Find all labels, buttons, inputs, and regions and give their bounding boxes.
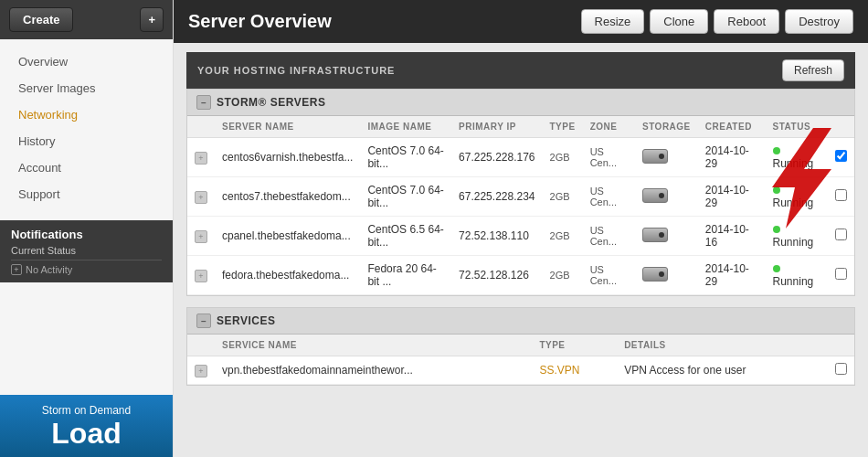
server-row-0: + centos6varnish.thebestfa... CentOS 7.0…: [187, 138, 854, 177]
type-1: 2GB: [543, 177, 583, 217]
server-name-3: fedora.thebestfakedoma...: [215, 256, 360, 295]
services-section: – SERVICES SERVICE NAME TYPE DETAILS: [186, 307, 855, 386]
clone-button[interactable]: Clone: [650, 9, 708, 34]
plus-small-icon: +: [11, 264, 22, 275]
svc-checkbox-cell-0: [828, 356, 854, 385]
svc-col-name: SERVICE NAME: [215, 335, 532, 356]
svc-checkbox-0[interactable]: [835, 363, 847, 375]
destroy-button[interactable]: Destroy: [785, 9, 853, 34]
storm-banner: Storm on Demand Load: [0, 395, 173, 457]
infra-header: YOUR HOSTING INFRASTRUCTURE Refresh: [186, 52, 855, 89]
col-type: TYPE: [543, 116, 583, 138]
expand-icon-0[interactable]: +: [195, 152, 207, 165]
storage-3: [635, 256, 698, 295]
banner-top-text: Storm on Demand: [11, 404, 162, 417]
main-wrapper: Server Overview Resize Clone Reboot Dest…: [174, 0, 868, 457]
main-content: Server Overview Resize Clone Reboot Dest…: [174, 0, 868, 457]
services-table-header: SERVICE NAME TYPE DETAILS: [187, 335, 854, 356]
image-name-0: CentOS 7.0 64-bit...: [360, 138, 451, 177]
status-2: Running: [766, 217, 828, 256]
server-name-1: centos7.thebestfakedom...: [215, 177, 360, 217]
servers-collapse-button[interactable]: –: [196, 95, 211, 110]
no-activity-label: + No Activity: [11, 264, 162, 275]
services-table: SERVICE NAME TYPE DETAILS + vpn.thebestf…: [187, 335, 854, 385]
sidebar-item-networking[interactable]: Networking: [0, 101, 173, 128]
sidebar: Create + Overview Server Images Networki…: [0, 0, 174, 457]
server-name-0: centos6varnish.thebestfa...: [215, 138, 360, 177]
expand-icon-2[interactable]: +: [195, 230, 207, 243]
notifications-title: Notifications: [11, 228, 162, 241]
svc-expand-icon-0[interactable]: +: [195, 365, 207, 377]
expand-cell-2: +: [187, 217, 215, 256]
status-dot-0: [773, 147, 780, 154]
svc-col-checkbox: [828, 335, 854, 356]
expand-icon-1[interactable]: +: [195, 191, 207, 204]
primary-ip-3: 72.52.128.126: [451, 256, 542, 295]
status-dot-3: [773, 265, 780, 272]
disk-icon-1: [642, 188, 668, 203]
storage-0: [635, 138, 698, 177]
disk-icon-3: [642, 267, 668, 282]
main-header: Server Overview Resize Clone Reboot Dest…: [174, 0, 868, 43]
server-row-3: + fedora.thebestfakedoma... Fedora 20 64…: [187, 256, 854, 295]
sidebar-item-history[interactable]: History: [0, 128, 173, 154]
image-name-1: CentOS 7.0 64-bit...: [360, 177, 451, 217]
svc-expand-0: +: [187, 356, 215, 385]
storm-servers-table: SERVER NAME IMAGE NAME PRIMARY IP TYPE Z…: [187, 116, 854, 295]
sidebar-item-overview[interactable]: Overview: [0, 48, 173, 75]
create-button[interactable]: Create: [9, 7, 73, 32]
server-row-2: + cpanel.thebestfakedoma... CentOS 6.5 6…: [187, 217, 854, 256]
primary-ip-2: 72.52.138.110: [451, 217, 542, 256]
disk-icon-0: [642, 149, 668, 164]
zone-2: US Cen...: [583, 217, 635, 256]
main-body: YOUR HOSTING INFRASTRUCTURE Refresh – ST…: [174, 43, 868, 457]
expand-icon-3[interactable]: +: [195, 270, 207, 282]
created-3: 2014-10-29: [698, 256, 766, 295]
type-0: 2GB: [543, 138, 583, 177]
reboot-button[interactable]: Reboot: [714, 9, 779, 34]
checkbox-cell-1: [828, 177, 854, 217]
storm-servers-title-bar: – STORM® SERVERS: [187, 90, 854, 116]
resize-button[interactable]: Resize: [581, 9, 645, 34]
svc-col-expand: [187, 335, 215, 356]
infra-title: YOUR HOSTING INFRASTRUCTURE: [197, 65, 395, 76]
zone-0: US Cen...: [583, 138, 635, 177]
checkbox-cell-2: [828, 217, 854, 256]
server-checkbox-1[interactable]: [835, 189, 847, 201]
svc-details-0: VPN Access for one user: [617, 356, 828, 385]
zone-3: US Cen...: [583, 256, 635, 295]
plus-icon-button[interactable]: +: [140, 7, 164, 32]
status-0: Running: [766, 138, 828, 177]
created-1: 2014-10-29: [698, 177, 766, 217]
col-storage: STORAGE: [635, 116, 698, 138]
type-2: 2GB: [543, 217, 583, 256]
sidebar-header: Create +: [0, 0, 173, 39]
notifications-section: Notifications Current Status + No Activi…: [0, 220, 173, 282]
server-name-2: cpanel.thebestfakedoma...: [215, 217, 360, 256]
checkbox-cell-0: [828, 138, 854, 177]
col-checkbox: [828, 116, 854, 138]
services-table-body: + vpn.thebestfakedomainnameinthewor... S…: [187, 356, 854, 385]
svc-col-details: DETAILS: [617, 335, 828, 356]
col-status: STATUS: [766, 116, 828, 138]
storage-2: [635, 217, 698, 256]
sidebar-nav: Overview Server Images Networking Histor…: [0, 39, 173, 217]
sidebar-item-support[interactable]: Support: [0, 181, 173, 207]
server-checkbox-0[interactable]: [835, 150, 847, 162]
services-collapse-button[interactable]: –: [196, 314, 211, 328]
sidebar-item-account[interactable]: Account: [0, 154, 173, 181]
server-checkbox-2[interactable]: [835, 228, 847, 240]
col-expand: [187, 116, 215, 138]
zone-1: US Cen...: [583, 177, 635, 217]
col-zone: ZONE: [583, 116, 635, 138]
refresh-button[interactable]: Refresh: [782, 59, 844, 81]
checkbox-cell-3: [828, 256, 854, 295]
primary-ip-0: 67.225.228.176: [451, 138, 542, 177]
sidebar-item-server-images[interactable]: Server Images: [0, 75, 173, 101]
expand-cell-0: +: [187, 138, 215, 177]
svc-col-type: TYPE: [532, 335, 617, 356]
disk-icon-2: [642, 228, 668, 242]
primary-ip-1: 67.225.228.234: [451, 177, 542, 217]
storm-servers-title: STORM® SERVERS: [217, 96, 325, 109]
server-checkbox-3[interactable]: [835, 268, 847, 280]
